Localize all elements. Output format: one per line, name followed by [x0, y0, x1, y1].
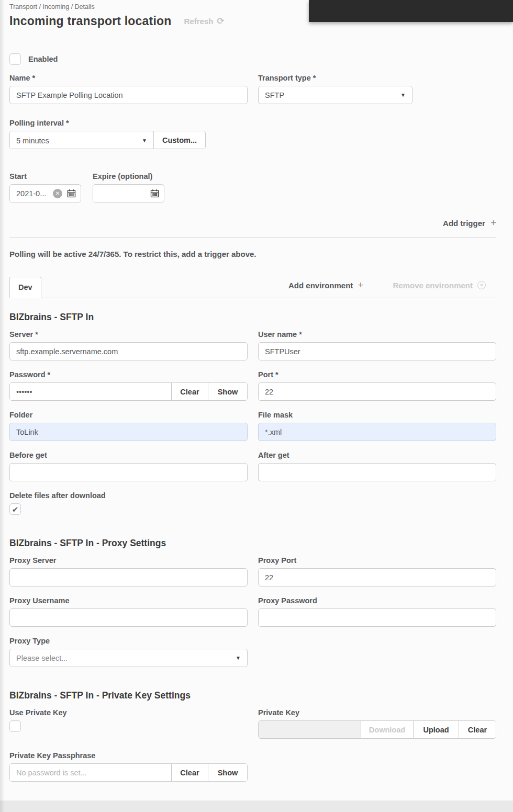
add-trigger-button[interactable]: Add trigger + [9, 217, 496, 229]
passphrase-clear-button[interactable]: Clear [171, 764, 208, 781]
transport-type-label: Transport type * [258, 74, 496, 82]
private-key-download-button[interactable]: Download [361, 721, 413, 738]
polling-interval-value: 5 minutes [16, 137, 49, 145]
file-mask-input[interactable] [258, 423, 496, 441]
add-environment-label: Add environment [288, 281, 353, 290]
start-date-input[interactable] [10, 185, 53, 202]
proxy-type-label: Proxy Type [9, 637, 496, 645]
sftp-section-heading: BIZbrains - SFTP In [9, 312, 496, 323]
private-key-clear-button[interactable]: Clear [459, 721, 496, 738]
private-key-upload-button[interactable]: Upload [413, 721, 459, 738]
private-key-file-input [259, 721, 361, 738]
proxy-username-label: Proxy Username [9, 596, 248, 605]
password-input[interactable] [10, 383, 171, 400]
after-get-input[interactable] [258, 463, 496, 481]
footer-bar [0, 800, 513, 812]
refresh-button[interactable]: Refresh ⟳ [184, 16, 225, 27]
port-label: Port * [258, 370, 496, 379]
private-key-field: Download Upload Clear [258, 720, 496, 739]
proxy-server-input[interactable] [9, 568, 248, 587]
passphrase-input[interactable] [10, 764, 171, 781]
proxy-port-label: Proxy Port [258, 556, 496, 565]
passphrase-show-button[interactable]: Show [208, 764, 247, 781]
chevron-down-icon: ▼ [142, 138, 147, 143]
delete-files-checkbox[interactable]: ✔ [9, 503, 21, 515]
plus-icon: + [358, 279, 363, 291]
private-key-section-heading: BIZbrains - SFTP In - Private Key Settin… [9, 690, 496, 701]
use-private-key-label: Use Private Key [9, 708, 248, 717]
circle-x-icon: ✕ [477, 281, 486, 289]
folder-label: Folder [9, 411, 248, 419]
expire-date-input[interactable] [93, 185, 150, 202]
folder-input[interactable] [9, 423, 248, 441]
password-label: Password * [9, 370, 248, 379]
remove-environment-label: Remove environment [393, 281, 473, 290]
start-label: Start [9, 172, 81, 181]
server-label: Server * [9, 330, 248, 339]
name-label: Name * [9, 74, 248, 82]
username-input[interactable] [258, 342, 496, 360]
port-input[interactable] [258, 382, 496, 401]
add-trigger-label: Add trigger [443, 219, 485, 228]
expire-label: Expire (optional) [93, 172, 164, 181]
before-get-input[interactable] [9, 463, 248, 481]
transport-type-select[interactable]: SFTP ▼ [258, 86, 412, 104]
calendar-icon[interactable] [67, 189, 76, 198]
proxy-section-heading: BIZbrains - SFTP In - Proxy Settings [9, 538, 496, 549]
polling-interval-select[interactable]: 5 minutes ▼ [10, 131, 153, 149]
file-mask-label: File mask [258, 411, 496, 419]
environment-tabs: Dev Add environment + Remove environment… [9, 277, 496, 298]
password-show-button[interactable]: Show [208, 383, 247, 400]
checkmark-icon: ✔ [12, 505, 19, 513]
passphrase-label: Private Key Passphrase [9, 751, 496, 760]
proxy-type-select[interactable]: Please select... ▼ [9, 649, 248, 667]
remove-environment-button[interactable]: Remove environment ✕ [393, 281, 486, 290]
before-get-label: Before get [9, 451, 248, 459]
password-field: Clear Show [9, 382, 248, 401]
transport-type-value: SFTP [265, 91, 284, 99]
enabled-checkbox[interactable] [9, 53, 21, 65]
proxy-password-input[interactable] [258, 608, 496, 627]
chevron-down-icon: ▼ [236, 655, 241, 661]
expire-date-field[interactable] [93, 184, 164, 202]
polling-interval-label: Polling interval * [9, 119, 496, 127]
server-input[interactable] [9, 342, 248, 360]
private-key-label: Private Key [258, 708, 496, 717]
chevron-down-icon: ▼ [400, 92, 406, 98]
polling-note: Polling will be active 24/7/365. To rest… [9, 250, 496, 258]
custom-interval-button[interactable]: Custom... [153, 131, 205, 149]
start-date-field[interactable]: ✕ [9, 184, 81, 202]
proxy-port-input[interactable] [258, 568, 496, 587]
delete-files-label: Delete files after download [9, 491, 496, 500]
password-clear-button[interactable]: Clear [171, 383, 208, 400]
after-get-label: After get [258, 451, 496, 459]
proxy-password-label: Proxy Password [258, 596, 496, 605]
calendar-icon[interactable] [150, 189, 159, 198]
proxy-username-input[interactable] [9, 608, 248, 627]
tab-dev[interactable]: Dev [9, 277, 41, 298]
redacted-topbar [309, 0, 513, 22]
enabled-label: Enabled [28, 55, 58, 63]
plus-icon: + [490, 217, 496, 229]
section-divider [9, 238, 496, 238]
incoming-transport-page: Transport / Incoming / Details Incoming … [0, 0, 513, 812]
passphrase-field: Clear Show [9, 763, 248, 782]
username-label: User name * [258, 330, 496, 339]
proxy-type-value: Please select... [16, 654, 68, 662]
add-environment-button[interactable]: Add environment + [288, 279, 363, 291]
name-input[interactable] [9, 86, 248, 104]
clear-date-icon[interactable]: ✕ [53, 189, 62, 198]
proxy-server-label: Proxy Server [9, 556, 248, 565]
refresh-label: Refresh [184, 17, 214, 26]
use-private-key-checkbox[interactable] [9, 720, 21, 732]
page-title: Incoming transport location [9, 14, 172, 28]
refresh-icon: ⟳ [217, 16, 224, 27]
